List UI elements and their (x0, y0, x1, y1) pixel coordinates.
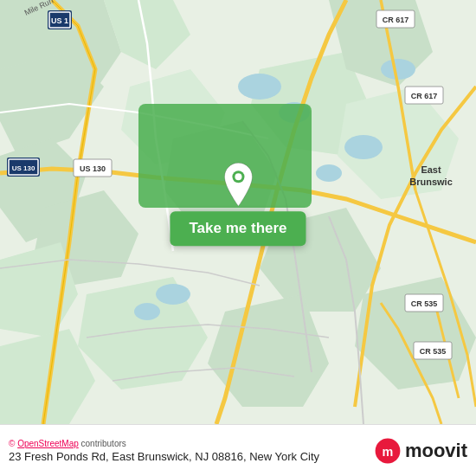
svg-text:US 130: US 130 (12, 164, 35, 172)
svg-text:US 130: US 130 (80, 164, 106, 173)
svg-point-23 (134, 303, 160, 320)
svg-point-17 (238, 74, 281, 100)
take-me-there-button[interactable]: Take me there (170, 211, 306, 246)
footer: © OpenStreetMap contributors 23 Fresh Po… (0, 424, 476, 476)
moovit-text: moovit (405, 440, 467, 462)
osm-link[interactable]: OpenStreetMap (17, 439, 79, 448)
footer-content: © OpenStreetMap contributors 23 Fresh Po… (9, 437, 467, 465)
svg-text:CR 535: CR 535 (411, 299, 438, 308)
svg-text:East: East (421, 164, 441, 175)
svg-point-21 (344, 135, 383, 159)
svg-point-20 (316, 164, 342, 182)
svg-text:US 1: US 1 (51, 16, 68, 25)
svg-point-22 (156, 284, 190, 305)
moovit-logo-icon: m (374, 437, 402, 465)
svg-point-19 (381, 59, 415, 80)
moovit-logo: m moovit (374, 437, 467, 465)
osm-attribution: © OpenStreetMap contributors (9, 439, 319, 448)
osm-copyright: © (9, 439, 15, 448)
svg-text:CR 535: CR 535 (420, 347, 447, 356)
svg-point-45 (235, 173, 241, 180)
svg-text:Brunswic: Brunswic (409, 177, 453, 187)
location-pin-icon (219, 161, 257, 208)
address-text: 23 Fresh Ponds Rd, East Brunswick, NJ 08… (9, 450, 319, 463)
osm-suffix: contributors (81, 439, 126, 448)
footer-left: © OpenStreetMap contributors 23 Fresh Po… (9, 439, 319, 463)
svg-text:CR 617: CR 617 (383, 16, 409, 24)
svg-text:m: m (382, 444, 393, 458)
map-container: US 1 US 130 US 130 CR 617 CR 617 CR 535 … (0, 0, 476, 424)
map-overlay: Take me there (170, 161, 306, 246)
svg-text:CR 617: CR 617 (411, 92, 438, 100)
